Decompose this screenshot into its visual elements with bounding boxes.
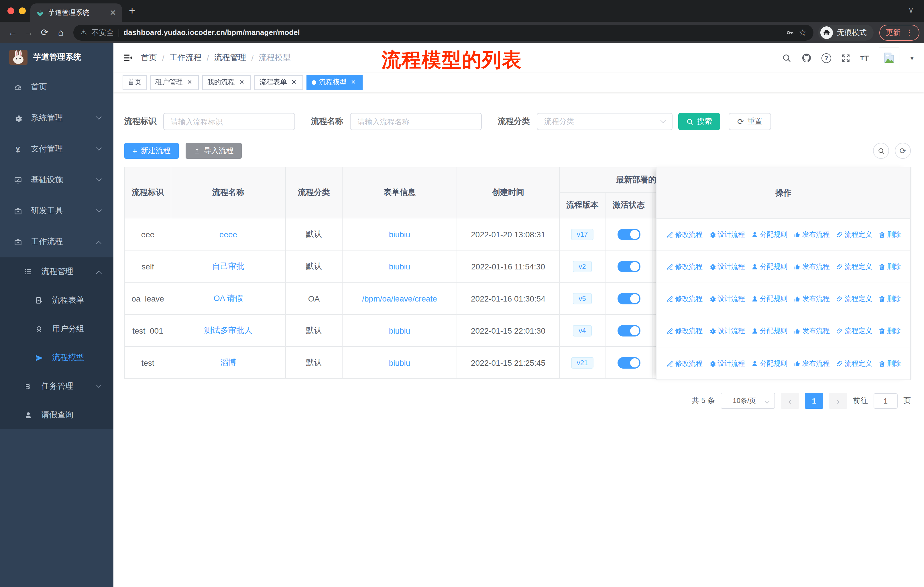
form-info-link[interactable]: biubiu — [389, 230, 411, 239]
tab-search-caret-icon[interactable]: ∨ — [908, 6, 914, 14]
action-design-process[interactable]: 设计流程 — [708, 326, 745, 336]
action-edit-process[interactable]: 修改流程 — [666, 359, 703, 368]
tag-my-process[interactable]: 我的流程✕ — [202, 75, 251, 90]
prev-page-button[interactable]: ‹ — [781, 393, 799, 409]
active-status-toggle[interactable] — [617, 261, 640, 272]
process-name-link[interactable]: eeee — [219, 230, 237, 239]
tag-tenant-mgmt[interactable]: 租户管理✕ — [150, 75, 199, 90]
minimize-window-button[interactable] — [19, 7, 26, 14]
action-publish-process[interactable]: 发布流程 — [793, 230, 830, 240]
sidebar-item-task-mgmt[interactable]: 任务管理 — [0, 372, 114, 401]
action-assign-rule[interactable]: 分配规则 — [751, 230, 787, 240]
action-process-definition[interactable]: 流程定义 — [835, 294, 872, 304]
reload-button[interactable]: ⟳ — [37, 24, 53, 40]
action-publish-process[interactable]: 发布流程 — [793, 262, 830, 272]
page-size-select[interactable]: 10条/页 — [721, 393, 775, 409]
page-number-button[interactable]: 1 — [805, 393, 823, 409]
process-name-link[interactable]: OA 请假 — [214, 293, 243, 303]
action-publish-process[interactable]: 发布流程 — [793, 326, 830, 336]
sidebar-item-workflow[interactable]: 工作流程 — [0, 227, 114, 257]
form-info-link[interactable]: /bpm/oa/leave/create — [362, 294, 437, 303]
refresh-button[interactable]: ⟳ — [895, 143, 911, 159]
action-assign-rule[interactable]: 分配规则 — [751, 326, 787, 336]
action-edit-process[interactable]: 修改流程 — [666, 326, 703, 336]
sidebar-item-system-mgmt[interactable]: 系统管理 — [0, 103, 114, 134]
active-status-toggle[interactable] — [617, 357, 640, 368]
action-assign-rule[interactable]: 分配规则 — [751, 294, 787, 304]
search-icon[interactable] — [782, 53, 792, 63]
action-delete[interactable]: 删除 — [878, 230, 901, 240]
toggle-search-button[interactable] — [873, 143, 889, 159]
action-design-process[interactable]: 设计流程 — [708, 294, 745, 304]
process-name-input[interactable] — [350, 113, 482, 130]
back-button[interactable]: ← — [5, 24, 21, 40]
forward-button[interactable]: → — [21, 24, 37, 40]
action-assign-rule[interactable]: 分配规则 — [751, 359, 787, 368]
goto-page-input[interactable] — [874, 393, 898, 408]
tag-close-icon[interactable]: ✕ — [238, 79, 246, 86]
form-info-link[interactable]: biubiu — [389, 358, 411, 367]
browser-menu-dots-icon[interactable]: ⋮ — [906, 28, 913, 37]
action-delete[interactable]: 删除 — [878, 326, 901, 336]
action-delete[interactable]: 删除 — [878, 294, 901, 304]
breadcrumb-process-mgmt[interactable]: 流程管理 — [214, 53, 246, 63]
action-publish-process[interactable]: 发布流程 — [793, 359, 830, 368]
action-edit-process[interactable]: 修改流程 — [666, 294, 703, 304]
action-process-definition[interactable]: 流程定义 — [835, 326, 872, 336]
sidebar-item-dev-tools[interactable]: 研发工具 — [0, 195, 114, 227]
active-status-toggle[interactable] — [617, 228, 640, 240]
app-logo-row[interactable]: 芋道管理系统 — [0, 43, 114, 72]
active-status-toggle[interactable] — [617, 325, 640, 336]
font-size-icon[interactable]: TT — [860, 53, 869, 63]
help-icon[interactable]: ? — [822, 53, 831, 63]
sidebar-item-user-group[interactable]: 用户分组 — [0, 315, 114, 343]
sidebar-item-home[interactable]: 首页 — [0, 72, 114, 103]
sidebar-item-process-form[interactable]: 流程表单 — [0, 286, 114, 315]
create-process-button[interactable]: + 新建流程 — [124, 143, 179, 159]
process-name-link[interactable]: 自己审批 — [212, 261, 244, 270]
avatar-caret-icon[interactable]: ▼ — [909, 55, 915, 61]
address-bar[interactable]: ⚠ 不安全 dashboard.yudao.iocoder.cn/bpm/man… — [73, 24, 813, 40]
breadcrumb-home[interactable]: 首页 — [141, 53, 157, 63]
tag-process-form[interactable]: 流程表单✕ — [254, 75, 303, 90]
form-info-link[interactable]: biubiu — [389, 262, 411, 271]
password-key-icon[interactable] — [785, 28, 794, 37]
action-publish-process[interactable]: 发布流程 — [793, 294, 830, 304]
action-edit-process[interactable]: 修改流程 — [666, 262, 703, 272]
action-assign-rule[interactable]: 分配规则 — [751, 262, 787, 272]
update-button[interactable]: 更新 ⋮ — [879, 24, 919, 40]
action-design-process[interactable]: 设计流程 — [708, 359, 745, 368]
user-avatar[interactable] — [879, 48, 899, 68]
action-delete[interactable]: 删除 — [878, 359, 901, 368]
bookmark-star-icon[interactable]: ☆ — [799, 27, 807, 38]
sidebar-item-process-model[interactable]: 流程模型 — [0, 343, 114, 372]
action-process-definition[interactable]: 流程定义 — [835, 359, 872, 368]
category-select[interactable]: 流程分类 — [537, 113, 673, 130]
form-info-link[interactable]: biubiu — [389, 326, 411, 335]
tag-close-icon[interactable]: ✕ — [290, 79, 298, 86]
sidebar-item-payment-mgmt[interactable]: ¥支付管理 — [0, 134, 114, 165]
breadcrumb-workflow[interactable]: 工作流程 — [170, 53, 201, 63]
action-design-process[interactable]: 设计流程 — [708, 262, 745, 272]
sidebar-item-leave-query[interactable]: 请假查询 — [0, 401, 114, 429]
github-icon[interactable] — [802, 53, 812, 63]
process-name-link[interactable]: 滔博 — [220, 357, 236, 367]
sidebar-item-infrastructure[interactable]: 基础设施 — [0, 165, 114, 195]
action-design-process[interactable]: 设计流程 — [708, 230, 745, 240]
process-key-input[interactable] — [163, 113, 295, 130]
action-edit-process[interactable]: 修改流程 — [666, 230, 703, 240]
tag-process-model[interactable]: 流程模型✕ — [307, 75, 363, 90]
tag-home[interactable]: 首页 — [122, 75, 147, 90]
process-name-link[interactable]: 测试多审批人 — [204, 325, 252, 334]
close-window-button[interactable] — [7, 7, 14, 14]
action-process-definition[interactable]: 流程定义 — [835, 230, 872, 240]
tag-close-icon[interactable]: ✕ — [186, 79, 194, 86]
import-process-button[interactable]: 导入流程 — [186, 143, 242, 159]
browser-tab[interactable]: 芋道管理系统 ✕ — [30, 3, 122, 22]
fullscreen-icon[interactable] — [841, 53, 851, 63]
action-process-definition[interactable]: 流程定义 — [835, 262, 872, 272]
action-delete[interactable]: 删除 — [878, 262, 901, 272]
sidebar-collapse-icon[interactable] — [122, 53, 133, 63]
reset-button[interactable]: ⟳ 重置 — [729, 113, 771, 130]
new-tab-button[interactable]: + — [129, 5, 135, 17]
